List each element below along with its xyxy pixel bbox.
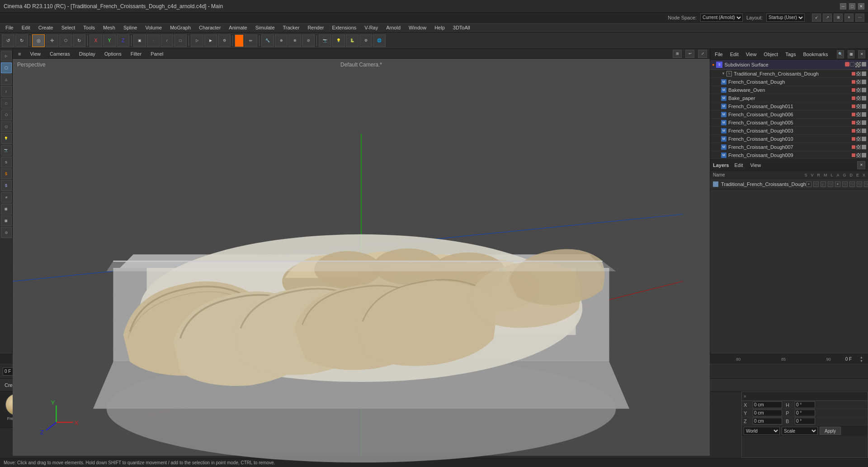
obj-vis[interactable] xyxy=(852,137,855,141)
coords-menu-icon[interactable]: ≡ xyxy=(744,394,746,399)
subdivision-surface-row[interactable]: ● S Subdivision Surface xyxy=(710,60,868,70)
brush-btn[interactable]: ✏ xyxy=(245,34,257,47)
sidebar-checkerboard-tool[interactable]: ▦ xyxy=(1,204,12,214)
sidebar-deform-tool[interactable]: S xyxy=(1,157,12,167)
sidebar-nurbs-tool[interactable]: ⬡ xyxy=(1,110,12,120)
light-btn[interactable]: 💡 xyxy=(332,34,345,47)
menu-arnold[interactable]: Arnold xyxy=(382,24,404,31)
layer-flag5[interactable]: □ xyxy=(842,181,848,187)
sidebar-edge-tool[interactable]: / xyxy=(1,86,12,97)
layer-flag4[interactable]: ● xyxy=(835,181,840,187)
viewport-canvas[interactable]: Perspective Default Camera.* Grid Spacin… xyxy=(13,59,710,467)
layout-btn-1[interactable]: ↙ xyxy=(812,14,821,22)
menu-mesh[interactable]: Mesh xyxy=(99,24,119,31)
table-row[interactable]: ▼ N Traditional_French_Croissants_Dough xyxy=(710,70,868,78)
om-lock-btn[interactable] xyxy=(850,62,854,67)
om-tags-menu[interactable]: Tags xyxy=(783,51,797,58)
obj-ext[interactable] xyxy=(862,129,866,133)
menu-3dtoall[interactable]: 3DToAll xyxy=(449,24,474,31)
menu-render[interactable]: Render xyxy=(304,24,327,31)
snap-btn[interactable]: 🔧 xyxy=(261,34,274,47)
scale-select[interactable]: Scale xyxy=(782,427,818,435)
x-position-input[interactable] xyxy=(753,401,782,408)
obj-ext[interactable] xyxy=(862,120,866,125)
om-file-menu[interactable]: File xyxy=(713,51,725,58)
live-selection-btn[interactable]: ◎ xyxy=(32,34,45,47)
world-select[interactable]: World xyxy=(744,427,780,435)
node-space-select[interactable]: Current (Arnold) xyxy=(700,14,743,22)
om-filter-btn[interactable]: ▦ xyxy=(848,50,855,58)
z-position-input[interactable] xyxy=(753,418,782,424)
layer-vis-icon[interactable]: ● xyxy=(806,181,811,187)
obj-ext[interactable] xyxy=(862,96,866,100)
menu-window[interactable]: Window xyxy=(405,24,430,31)
sidebar-camera-tool[interactable]: 📷 xyxy=(1,145,12,156)
om-close-btn[interactable]: ✕ xyxy=(858,50,865,58)
obj-vis[interactable] xyxy=(852,121,855,124)
table-row[interactable]: M Bakeware_Oven xyxy=(710,86,868,94)
tl-scroll-up[interactable]: ▲ xyxy=(860,356,868,359)
edge-mode-btn[interactable]: / xyxy=(160,34,173,47)
layout-btn-5[interactable]: ⋯ xyxy=(855,14,864,22)
sidebar-spline-tool[interactable]: $ xyxy=(1,168,12,179)
obj-vis[interactable] xyxy=(852,80,855,84)
table-row[interactable]: M Bake_paper xyxy=(710,94,868,102)
sidebar-selection-tool[interactable]: ▷ xyxy=(1,51,12,62)
render-settings-btn[interactable]: ⚙ xyxy=(218,34,231,47)
color-swatch-btn[interactable] xyxy=(235,34,244,47)
globe-btn[interactable]: 🌐 xyxy=(373,34,386,47)
python-btn[interactable]: 🐍 xyxy=(346,34,359,47)
h-rotation-input[interactable] xyxy=(795,401,815,408)
obj-vis[interactable] xyxy=(852,153,855,157)
sidebar-mograph-tool[interactable]: $ xyxy=(1,180,12,191)
layer-anim-icon[interactable]: ▷ xyxy=(821,181,826,187)
layer-item[interactable]: Traditional_French_Croissants_Dough ● □ … xyxy=(710,180,868,189)
sidebar-circle-tool[interactable]: ◎ xyxy=(1,227,12,238)
menu-vray[interactable]: V-Ray xyxy=(361,24,382,31)
camera-btn[interactable]: 📷 xyxy=(319,34,331,47)
om-vis-btn[interactable] xyxy=(845,62,849,67)
viewport-cameras-menu[interactable]: Cameras xyxy=(47,51,73,57)
menu-simulate[interactable]: Simulate xyxy=(252,24,278,31)
viewport-menu-icon[interactable]: ≡ xyxy=(15,51,24,57)
y-position-input[interactable] xyxy=(753,410,782,416)
viewport-btn-1[interactable]: ⊞ xyxy=(673,50,682,58)
menu-mograph[interactable]: MoGraph xyxy=(166,24,194,31)
table-row[interactable]: M French_Croissant_Dough005 xyxy=(710,119,868,127)
sidebar-dynamics-tool[interactable]: ⌀ xyxy=(1,192,12,203)
snap2-btn[interactable]: ⊕ xyxy=(275,34,288,47)
table-row[interactable]: M French_Croissant_Dough009 xyxy=(710,151,868,159)
obj-mode-btn[interactable]: ▣ xyxy=(133,34,146,47)
b-rotation-input[interactable] xyxy=(795,418,815,424)
settings-btn[interactable]: ⚙ xyxy=(359,34,372,47)
table-row[interactable]: M French_Croissant_Dough006 xyxy=(710,110,868,119)
obj-vis-dot[interactable] xyxy=(852,72,855,76)
obj-ext[interactable] xyxy=(862,80,866,84)
p-rotation-input[interactable] xyxy=(795,410,815,416)
menu-file[interactable]: File xyxy=(2,24,17,31)
table-row[interactable]: M French_Croissant_Dough007 xyxy=(710,143,868,151)
layout-btn-2[interactable]: ↗ xyxy=(823,14,832,22)
menu-select[interactable]: Select xyxy=(58,24,79,31)
obj-ext[interactable] xyxy=(862,145,866,149)
obj-ext[interactable] xyxy=(862,137,866,141)
layer-flag6[interactable]: □ xyxy=(849,181,855,187)
snap4-btn[interactable]: ⊘ xyxy=(302,34,315,47)
menu-animate[interactable]: Animate xyxy=(225,24,250,31)
menu-volume[interactable]: Volume xyxy=(142,24,165,31)
viewport-view-menu[interactable]: View xyxy=(27,51,43,57)
rotate-btn[interactable]: ↻ xyxy=(73,34,85,47)
sidebar-light-tool[interactable]: 💡 xyxy=(1,133,12,144)
poly-mode-btn[interactable]: □ xyxy=(174,34,187,47)
point-mode-btn[interactable]: · xyxy=(147,34,160,47)
z-axis-btn[interactable]: Z xyxy=(117,34,129,47)
obj-ext-btn[interactable] xyxy=(862,71,866,76)
om-search-btn[interactable]: 🔍 xyxy=(837,50,844,58)
table-row[interactable]: M French_Croissant_Dough011 xyxy=(710,102,868,110)
table-row[interactable]: M French_Croissant_Dough010 xyxy=(710,135,868,143)
table-row[interactable]: M French_Croissant_Dough xyxy=(710,78,868,86)
obj-vis[interactable] xyxy=(852,96,855,100)
menu-spline[interactable]: Spline xyxy=(120,24,141,31)
om-edit-menu[interactable]: Edit xyxy=(728,51,741,58)
menu-tracker[interactable]: Tracker xyxy=(279,24,303,31)
